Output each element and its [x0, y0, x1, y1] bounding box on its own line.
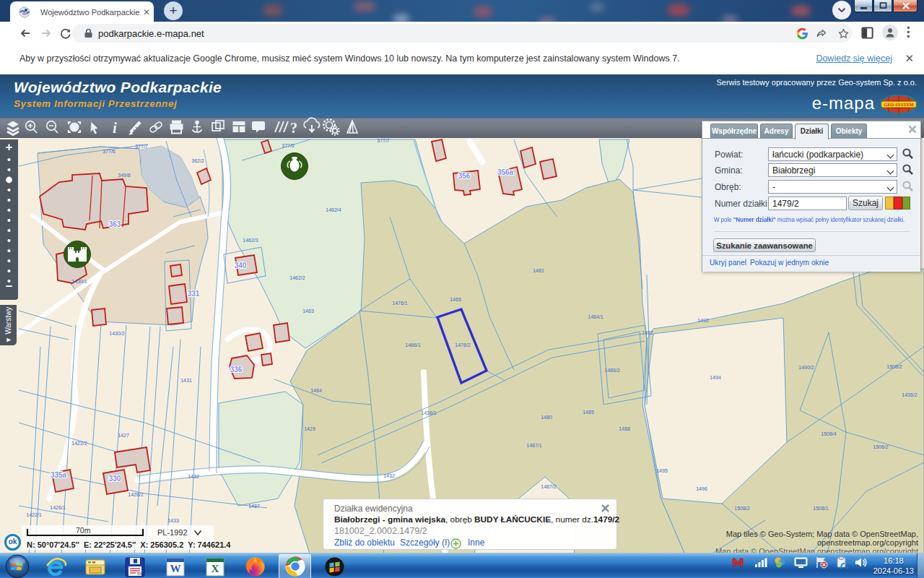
svg-text:1495: 1495	[656, 468, 668, 473]
svg-text:356a: 356a	[497, 168, 514, 176]
svg-text:1480: 1480	[541, 415, 552, 420]
svg-text:1436/1: 1436/1	[421, 410, 437, 415]
svg-text:1436/2: 1436/2	[902, 392, 918, 397]
svg-text:GEO-SYSTEM: GEO-SYSTEM	[884, 102, 913, 107]
svg-text:340: 340	[235, 262, 247, 269]
svg-text:1496: 1496	[696, 486, 707, 491]
svg-text:1481: 1481	[533, 268, 544, 273]
svg-text:1476/2: 1476/2	[455, 342, 471, 348]
svg-text:1482: 1482	[642, 330, 653, 335]
svg-text:1508/4: 1508/4	[821, 431, 837, 436]
svg-text:X: X	[212, 563, 219, 574]
svg-text:1422/1: 1422/1	[26, 512, 42, 517]
svg-text:1431: 1431	[180, 378, 192, 383]
svg-text:?: ?	[290, 120, 297, 136]
svg-text:1476/1: 1476/1	[392, 301, 408, 306]
svg-text:349/8: 349/8	[118, 173, 131, 178]
svg-text:330: 330	[109, 475, 121, 483]
svg-text:1426/2: 1426/2	[128, 492, 144, 497]
svg-text:1494: 1494	[710, 375, 721, 380]
svg-text:1465: 1465	[450, 297, 461, 302]
svg-text:1486/2: 1486/2	[604, 368, 620, 373]
svg-text:377/5: 377/5	[282, 143, 295, 148]
svg-text:1508/2: 1508/2	[886, 364, 902, 369]
svg-text:1463: 1463	[302, 309, 314, 314]
svg-text:1422/2: 1422/2	[71, 441, 87, 446]
svg-text:1487: 1487	[248, 504, 260, 509]
svg-text:1508/1: 1508/1	[813, 506, 829, 511]
svg-text:1430/2: 1430/2	[109, 331, 125, 336]
svg-text:W: W	[170, 563, 181, 574]
svg-text:1462/4: 1462/4	[326, 207, 341, 212]
svg-text:1464: 1464	[310, 388, 322, 393]
svg-text:1432: 1432	[383, 473, 395, 478]
svg-text:1490/2: 1490/2	[798, 365, 814, 370]
svg-text:1427: 1427	[118, 433, 129, 438]
svg-text:336: 336	[230, 366, 243, 374]
svg-text:1426/1: 1426/1	[50, 505, 66, 510]
svg-text:1466/1: 1466/1	[405, 342, 421, 348]
svg-text:1429: 1429	[304, 426, 315, 431]
svg-text:377/7: 377/7	[377, 138, 390, 143]
svg-text:1488: 1488	[619, 426, 630, 431]
svg-text:335a: 335a	[51, 471, 67, 479]
svg-text:356: 356	[458, 172, 471, 180]
svg-text:1492: 1492	[697, 318, 709, 323]
svg-text:1484/1: 1484/1	[588, 314, 603, 319]
svg-text:1430/1: 1430/1	[71, 279, 87, 284]
svg-text:1508/2: 1508/2	[734, 506, 750, 511]
svg-text:1506/2: 1506/2	[873, 444, 889, 449]
svg-text:1462/2: 1462/2	[289, 275, 305, 280]
svg-text:331: 331	[188, 290, 200, 298]
svg-text:1462/3: 1462/3	[243, 238, 258, 243]
svg-text:363: 363	[109, 220, 121, 228]
svg-text:377/7: 377/7	[135, 144, 148, 149]
svg-text:1487/2: 1487/2	[541, 484, 557, 489]
svg-text:1487/1: 1487/1	[526, 443, 542, 448]
svg-text:1432: 1432	[188, 474, 199, 479]
svg-text:377/6: 377/6	[103, 149, 116, 154]
svg-text:1485: 1485	[583, 410, 594, 415]
svg-text:i: i	[113, 119, 117, 137]
svg-text:5%: 5%	[137, 571, 144, 576]
svg-text:1433: 1433	[167, 518, 179, 523]
svg-text:362/2: 362/2	[191, 158, 204, 163]
